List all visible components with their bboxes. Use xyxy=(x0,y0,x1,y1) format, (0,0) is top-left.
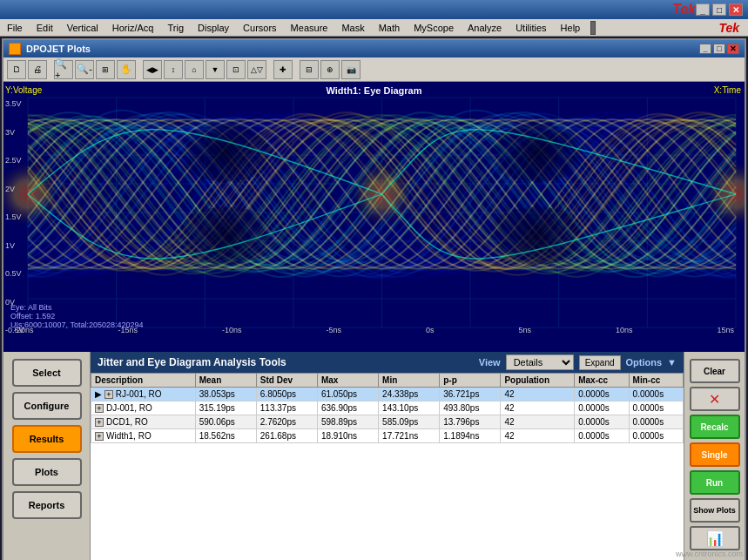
toolbar-b3[interactable]: ⌂ xyxy=(185,60,204,79)
cell-pop: 42 xyxy=(501,401,575,415)
x-button[interactable]: ✕ xyxy=(690,387,740,411)
scope-x-label: X:Time xyxy=(714,85,741,95)
expand-icon[interactable]: + xyxy=(95,432,104,441)
left-sidebar: Select Configure Results Plots Reports xyxy=(3,352,91,560)
dpojet-close[interactable]: ✕ xyxy=(727,44,739,54)
menu-mask[interactable]: Mask xyxy=(334,19,371,36)
cell-mincc: 0.0000s xyxy=(629,401,683,415)
menu-edit[interactable]: Edit xyxy=(30,19,60,36)
menu-utilities[interactable]: Utilities xyxy=(509,19,553,36)
watermark: www.cntronics.com xyxy=(676,550,743,558)
data-table: Description Mean Std Dev Max Min p-p Pop… xyxy=(91,373,684,560)
cell-mincc: 0.0000s xyxy=(629,429,683,443)
view-select[interactable]: Details Summary xyxy=(506,354,574,370)
show-plots-button[interactable]: Show Plots xyxy=(690,498,740,523)
cell-mean: 18.562ns xyxy=(195,429,256,443)
right-sidebar: Clear ✕ Recalc Single Run Show Plots 📊 xyxy=(684,352,745,560)
tek-logo: Tek xyxy=(718,21,739,35)
menubar: File Edit Vertical Horiz/Acq Trig Displa… xyxy=(0,19,748,37)
menu-math[interactable]: Math xyxy=(372,19,407,36)
toolbar-c3[interactable]: 📷 xyxy=(341,60,361,79)
col-pp: p-p xyxy=(440,374,501,388)
toolbar-b4[interactable]: ▼ xyxy=(206,60,225,79)
menu-measure[interactable]: Measure xyxy=(284,19,335,36)
cell-pop: 42 xyxy=(501,429,575,443)
col-mean: Mean xyxy=(195,374,256,388)
expand-icon[interactable]: + xyxy=(95,404,104,413)
menu-horizacq[interactable]: Horiz/Acq xyxy=(105,19,161,36)
toolbar-b1[interactable]: ◀▶ xyxy=(143,60,162,79)
expand-icon[interactable]: + xyxy=(95,418,104,427)
toolbar-zoom-in[interactable]: 🔍+ xyxy=(54,60,73,79)
scope-display: Y:Voltage Width1: Eye Diagram X:Time 3.5… xyxy=(3,82,745,352)
cell-desc: ▶ +RJ-001, RO xyxy=(91,388,196,401)
menu-file[interactable]: File xyxy=(0,19,30,36)
toolbar-print[interactable]: 🖨 xyxy=(28,60,47,79)
dpojet-titlebar-controls: _ □ ✕ xyxy=(699,44,739,54)
toolbar: 🗋 🖨 🔍+ 🔍- ⊞ ✋ ◀▶ ↕ ⌂ ▼ ⊡ △▽ ✚ ⊟ ⊕ 📷 xyxy=(3,57,745,82)
toolbar-c2[interactable]: ⊕ xyxy=(320,60,340,79)
chart-icon-button[interactable]: 📊 xyxy=(690,526,740,550)
table-row[interactable]: +DJ-001, RO 315.19ps 113.37ps 636.90ps 1… xyxy=(91,401,684,415)
toolbar-zoom-box[interactable]: ⊞ xyxy=(96,60,115,79)
scope-y-label: Y:Voltage xyxy=(5,85,42,95)
cell-mean: 315.19ps xyxy=(195,401,256,415)
plots-button[interactable]: Plots xyxy=(12,458,82,486)
toolbar-b6[interactable]: △▽ xyxy=(247,60,266,79)
menu-analyze[interactable]: Analyze xyxy=(461,19,509,36)
dpojet-maximize[interactable]: □ xyxy=(713,44,725,54)
toolbar-zoom-out[interactable]: 🔍- xyxy=(75,60,94,79)
options-button[interactable]: Options xyxy=(626,357,663,368)
table-row[interactable]: +Width1, RO 18.562ns 261.68ps 18.910ns 1… xyxy=(91,429,684,443)
cell-max: 598.89ps xyxy=(317,415,378,429)
toolbar-c1[interactable]: ⊟ xyxy=(300,60,319,79)
cell-desc: +DJ-001, RO xyxy=(91,401,196,415)
select-button[interactable]: Select xyxy=(12,359,82,387)
menu-trig[interactable]: Trig xyxy=(160,19,191,36)
menu-myscope[interactable]: MyScope xyxy=(407,19,461,36)
table-body: ▶ +RJ-001, RO 38.053ps 6.8050ps 61.050ps… xyxy=(91,388,684,443)
recalc-button[interactable]: Recalc xyxy=(690,415,740,439)
scope-info: Eye: All Bits Offset: 1.592 UIs:6000:100… xyxy=(10,303,143,329)
minimize-button[interactable]: _ xyxy=(696,3,710,16)
col-mincc: Min-cc xyxy=(629,374,683,388)
col-max: Max xyxy=(317,374,378,388)
titlebar: Tek _ □ ✕ xyxy=(0,0,748,19)
table-row[interactable]: +DCD1, RO 590.06ps 2.7620ps 598.89ps 585… xyxy=(91,415,684,429)
toolbar-cursor[interactable]: ✚ xyxy=(273,60,293,79)
reports-button[interactable]: Reports xyxy=(12,491,82,519)
configure-button[interactable]: Configure xyxy=(12,392,82,420)
dpojet-title: DPOJET Plots xyxy=(26,44,91,54)
toolbar-new[interactable]: 🗋 xyxy=(7,60,26,79)
dpojet-minimize[interactable]: _ xyxy=(699,44,711,54)
cell-max: 18.910ns xyxy=(317,429,378,443)
table-row[interactable]: ▶ +RJ-001, RO 38.053ps 6.8050ps 61.050ps… xyxy=(91,388,684,401)
single-button[interactable]: Single xyxy=(690,442,740,467)
toolbar-b2[interactable]: ↕ xyxy=(164,60,183,79)
cell-maxcc: 0.0000s xyxy=(575,429,629,443)
view-label: View xyxy=(479,357,501,368)
expand-button[interactable]: Expand xyxy=(579,355,621,370)
menu-help[interactable]: Help xyxy=(554,19,588,36)
titlebar-controls: _ □ ✕ xyxy=(696,3,743,16)
maximize-button[interactable]: □ xyxy=(712,3,726,16)
menu-extra-icon[interactable] xyxy=(590,21,596,35)
cell-min: 17.721ns xyxy=(379,429,440,443)
col-population: Population xyxy=(501,374,575,388)
toolbar-pan[interactable]: ✋ xyxy=(117,60,136,79)
cell-maxcc: 0.0000s xyxy=(575,401,629,415)
cell-pop: 42 xyxy=(501,415,575,429)
bottom-panel: Select Configure Results Plots Reports J… xyxy=(3,352,745,560)
cell-stddev: 261.68ps xyxy=(256,429,317,443)
results-button[interactable]: Results xyxy=(12,425,82,453)
menu-display[interactable]: Display xyxy=(191,19,236,36)
close-button[interactable]: ✕ xyxy=(729,3,743,16)
clear-button[interactable]: Clear xyxy=(690,359,740,383)
run-button[interactable]: Run xyxy=(690,470,740,495)
cell-pp: 493.80ps xyxy=(440,401,501,415)
cell-min: 24.338ps xyxy=(379,388,440,401)
toolbar-b5[interactable]: ⊡ xyxy=(226,60,246,79)
expand-icon[interactable]: + xyxy=(104,390,113,399)
menu-vertical[interactable]: Vertical xyxy=(60,19,105,36)
menu-cursors[interactable]: Cursors xyxy=(236,19,284,36)
